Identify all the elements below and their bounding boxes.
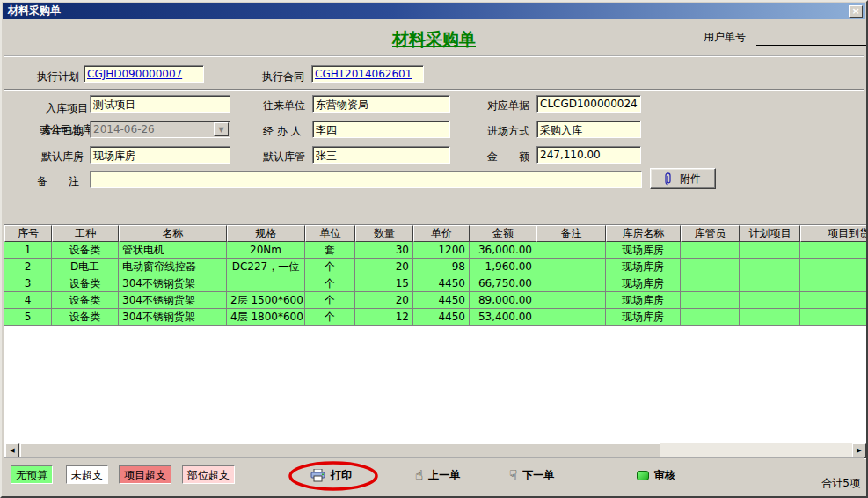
table-cell[interactable] xyxy=(740,242,800,259)
entry-mode-field[interactable]: 采购入库 xyxy=(536,121,641,138)
table-cell[interactable]: 3 xyxy=(4,275,52,292)
table-cell[interactable]: 设备类 xyxy=(52,309,119,326)
project-field[interactable]: 测试项目 xyxy=(90,95,230,113)
table-cell[interactable]: 66,750.00 xyxy=(470,275,536,292)
table-cell[interactable]: 现场库房 xyxy=(606,259,681,275)
column-header[interactable]: 数量 xyxy=(355,225,413,242)
table-cell[interactable] xyxy=(227,275,305,292)
previous-order-button[interactable]: ☝ 上一单 xyxy=(415,468,460,483)
column-header[interactable]: 金额 xyxy=(470,225,536,242)
table-cell[interactable]: 304不锈钢货架 xyxy=(119,275,227,292)
column-header[interactable]: 单价 xyxy=(413,225,470,242)
table-cell[interactable]: 12 xyxy=(355,309,413,326)
table-cell[interactable]: 98 xyxy=(413,259,470,275)
table-cell[interactable]: 套 xyxy=(305,242,355,259)
table-cell[interactable]: 2层 1500*600 xyxy=(227,292,305,309)
table-cell[interactable]: 30 xyxy=(355,242,413,259)
handler-field[interactable]: 李四 xyxy=(312,121,450,138)
table-cell[interactable] xyxy=(740,292,800,309)
close-icon[interactable]: × xyxy=(849,5,863,18)
table-cell[interactable] xyxy=(740,275,800,292)
amount-field[interactable]: 247,110.00 xyxy=(536,146,641,164)
column-header[interactable]: 序号 xyxy=(4,225,52,242)
print-button[interactable]: 打印 xyxy=(310,468,352,483)
table-row[interactable]: 4设备类304不锈钢货架2层 1500*600个20445089,000.00现… xyxy=(4,292,868,309)
table-row[interactable]: 3设备类304不锈钢货架个15445066,750.00现场库房 xyxy=(4,275,868,292)
table-cell[interactable]: 设备类 xyxy=(52,242,119,259)
table-cell[interactable]: 89,000.00 xyxy=(470,292,536,309)
table-cell[interactable]: 个 xyxy=(305,275,355,292)
table-cell[interactable]: 4450 xyxy=(413,275,470,292)
table-cell[interactable]: 20Nm xyxy=(227,242,305,259)
table-row[interactable]: 1设备类管状电机20Nm套30120036,000.00现场库房 xyxy=(4,242,868,259)
column-header[interactable]: 计划项目 xyxy=(740,225,800,242)
table-cell[interactable] xyxy=(681,292,740,309)
table-cell[interactable] xyxy=(536,242,606,259)
table-cell[interactable]: 管状电机 xyxy=(119,242,227,259)
table-cell[interactable] xyxy=(740,309,800,326)
scroll-right-icon[interactable]: ▶ xyxy=(852,443,866,458)
table-cell[interactable]: 4450 xyxy=(413,292,470,309)
column-header[interactable]: 工种 xyxy=(52,225,119,242)
table-cell[interactable]: 20 xyxy=(355,292,413,309)
table-cell[interactable] xyxy=(536,309,606,326)
exec-plan-field[interactable]: CGJHD090000007 xyxy=(84,65,204,83)
table-cell[interactable]: 个 xyxy=(305,259,355,275)
table-cell[interactable] xyxy=(800,242,868,259)
exec-contract-field[interactable]: CGHT2014062601 xyxy=(311,65,424,83)
table-cell[interactable]: 现场库房 xyxy=(606,292,681,309)
column-header[interactable]: 名称 xyxy=(119,225,227,242)
scroll-left-icon[interactable]: ◀ xyxy=(5,443,19,458)
column-header[interactable]: 库管员 xyxy=(681,225,740,242)
table-cell[interactable]: 304不锈钢货架 xyxy=(119,309,227,326)
column-header[interactable]: 规格 xyxy=(227,225,305,242)
table-cell[interactable]: 15 xyxy=(355,275,413,292)
table-cell[interactable] xyxy=(536,292,606,309)
remark-field[interactable] xyxy=(90,171,642,188)
table-cell[interactable]: 1200 xyxy=(413,242,470,259)
table-cell[interactable]: 304不锈钢货架 xyxy=(119,292,227,309)
table-cell[interactable]: 4层 1800*600 xyxy=(227,309,305,326)
table-cell[interactable]: 现场库房 xyxy=(606,242,681,259)
table-cell[interactable]: 电动窗帘线控器 xyxy=(119,259,227,275)
next-order-button[interactable]: ☟ 下一单 xyxy=(509,468,554,483)
table-cell[interactable] xyxy=(681,259,740,275)
table-cell[interactable]: 53,400.00 xyxy=(470,309,536,326)
keeper-field[interactable]: 张三 xyxy=(312,146,450,164)
doc-field[interactable]: CLCGD100000024 xyxy=(536,95,641,113)
table-cell[interactable]: 5 xyxy=(4,309,52,326)
table-cell[interactable]: 2 xyxy=(4,259,52,275)
horizontal-scrollbar[interactable]: ◀ ▶ xyxy=(5,443,866,458)
table-cell[interactable]: 个 xyxy=(305,292,355,309)
table-cell[interactable]: 设备类 xyxy=(52,292,119,309)
table-cell[interactable] xyxy=(740,259,800,275)
table-cell[interactable]: 4450 xyxy=(413,309,470,326)
warehouse-field[interactable]: 现场库房 xyxy=(90,146,230,164)
table-cell[interactable]: DC227，一位 xyxy=(227,259,305,275)
audit-button[interactable]: 审核 xyxy=(637,468,675,483)
table-row[interactable]: 5设备类304不锈钢货架4层 1800*600个12445053,400.00现… xyxy=(4,309,868,326)
column-header[interactable]: 库房名称 xyxy=(606,225,681,242)
date-combo[interactable]: 2014-06-26 ▼ xyxy=(90,121,230,138)
table-cell[interactable]: 4 xyxy=(4,292,52,309)
table-cell[interactable]: 个 xyxy=(305,309,355,326)
table-cell[interactable]: 现场库房 xyxy=(606,275,681,292)
table-cell[interactable] xyxy=(681,309,740,326)
table-row[interactable]: 2D电工电动窗帘线控器DC227，一位个20981,960.00现场库房 xyxy=(4,259,868,275)
column-header[interactable]: 项目到货 xyxy=(800,225,868,242)
table-cell[interactable] xyxy=(800,309,868,326)
table-cell[interactable] xyxy=(536,275,606,292)
table-cell[interactable]: 现场库房 xyxy=(606,309,681,326)
table-cell[interactable]: 1,960.00 xyxy=(470,259,536,275)
column-header[interactable]: 单位 xyxy=(305,225,355,242)
table-cell[interactable]: 设备类 xyxy=(52,275,119,292)
partner-field[interactable]: 东营物资局 xyxy=(312,95,450,113)
table-cell[interactable]: 36,000.00 xyxy=(470,242,536,259)
table-cell[interactable] xyxy=(800,259,868,275)
table-cell[interactable]: 20 xyxy=(355,259,413,275)
table-cell[interactable] xyxy=(681,275,740,292)
column-header[interactable]: 备注 xyxy=(536,225,606,242)
table-cell[interactable] xyxy=(800,275,868,292)
table-cell[interactable] xyxy=(800,292,868,309)
table-cell[interactable] xyxy=(681,242,740,259)
